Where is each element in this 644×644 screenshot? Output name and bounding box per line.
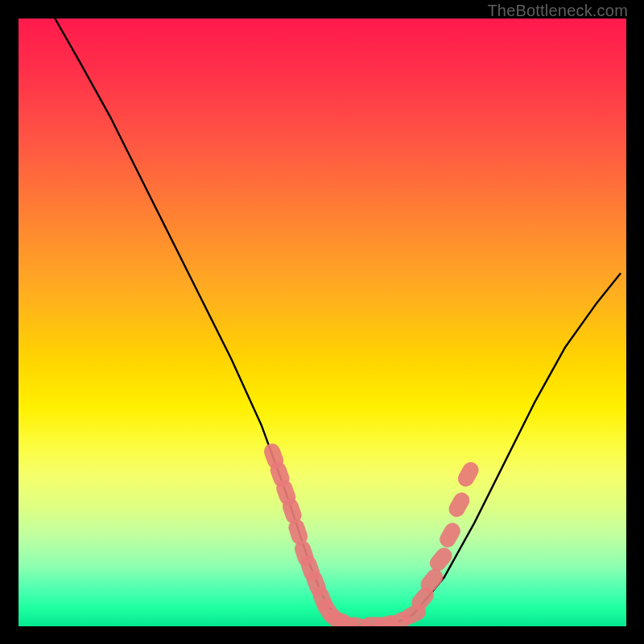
data-markers <box>262 441 481 626</box>
svg-rect-20 <box>437 520 464 551</box>
chart-svg <box>19 19 626 626</box>
svg-rect-22 <box>455 459 481 489</box>
main-curve <box>55 19 620 626</box>
svg-rect-19 <box>427 544 456 574</box>
watermark-text: TheBottleneck.com <box>487 2 628 20</box>
svg-rect-21 <box>446 489 473 520</box>
plot-area <box>19 19 626 626</box>
chart-container: TheBottleneck.com <box>0 0 644 644</box>
